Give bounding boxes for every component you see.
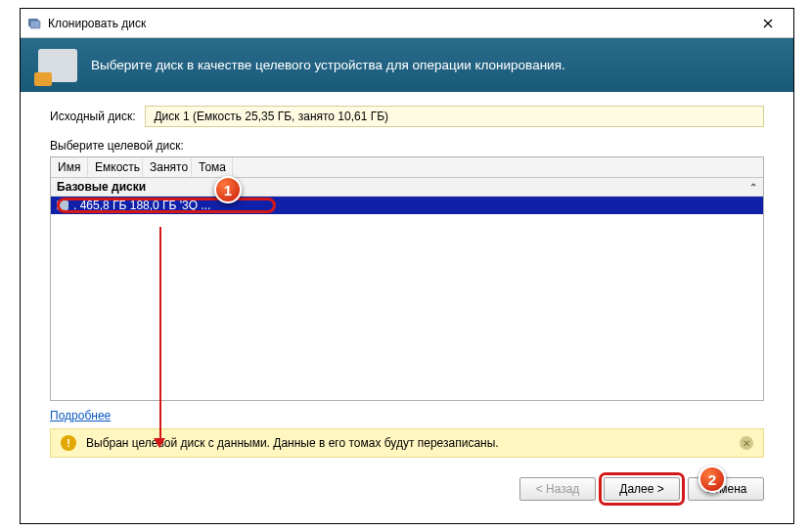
svg-rect-1: [30, 21, 40, 28]
titlebar: Клонировать диск: [21, 9, 793, 38]
col-name[interactable]: Имя: [51, 157, 88, 177]
disk-grid: Имя Емкость Занято Тома Базовые диски ⌃ …: [50, 156, 764, 401]
disk-row[interactable]: . 465,8 ГБ 188,0 ГБ '3Q ...: [51, 197, 763, 214]
source-disk-row: Исходный диск: Диск 1 (Емкость 25,35 ГБ,…: [50, 106, 764, 127]
col-used[interactable]: Занято: [143, 157, 192, 177]
annotation-arrowhead: [154, 438, 165, 448]
footer-buttons: < Назад Далее > Отмена: [21, 466, 793, 514]
app-icon: [26, 16, 42, 31]
content-area: Исходный диск: Диск 1 (Емкость 25,35 ГБ,…: [21, 92, 793, 466]
annotation-marker-1: 1: [214, 176, 242, 203]
next-button[interactable]: Далее >: [604, 477, 680, 501]
window-title: Клонировать диск: [48, 17, 748, 30]
target-label: Выберите целевой диск:: [50, 139, 764, 153]
grid-header: Имя Емкость Занято Тома: [51, 157, 763, 178]
warning-icon: !: [61, 435, 76, 451]
source-label: Исходный диск:: [50, 110, 135, 123]
header-banner: Выберите диск в качестве целевого устрой…: [21, 38, 793, 92]
grid-empty-area: [51, 214, 763, 400]
warning-close-button[interactable]: ✕: [740, 436, 753, 450]
annotation-marker-2: 2: [698, 466, 726, 493]
group-header[interactable]: Базовые диски ⌃: [51, 178, 763, 197]
collapse-icon: ⌃: [749, 182, 757, 193]
warning-text: Выбран целевой диск с данными. Данные в …: [86, 436, 730, 450]
close-icon: [763, 19, 773, 28]
close-button[interactable]: [748, 10, 788, 37]
group-label: Базовые диски: [57, 180, 146, 194]
col-volumes[interactable]: Тома: [192, 157, 233, 177]
dialog-window: Клонировать диск Выберите диск в качеств…: [20, 8, 794, 524]
disk-row-text: . 465,8 ГБ 188,0 ГБ '3Q ...: [73, 199, 210, 212]
source-value: Диск 1 (Емкость 25,35 ГБ, занято 10,61 Г…: [145, 106, 764, 127]
details-link[interactable]: Подробнее: [50, 409, 111, 422]
banner-text: Выберите диск в качестве целевого устрой…: [91, 58, 565, 72]
annotation-arrow: [159, 227, 161, 440]
disk-icon: [38, 49, 77, 82]
hdd-icon: [57, 200, 68, 210]
details-link-row: Подробнее: [50, 409, 764, 422]
back-button: < Назад: [519, 477, 596, 501]
col-capacity[interactable]: Емкость: [88, 157, 143, 177]
